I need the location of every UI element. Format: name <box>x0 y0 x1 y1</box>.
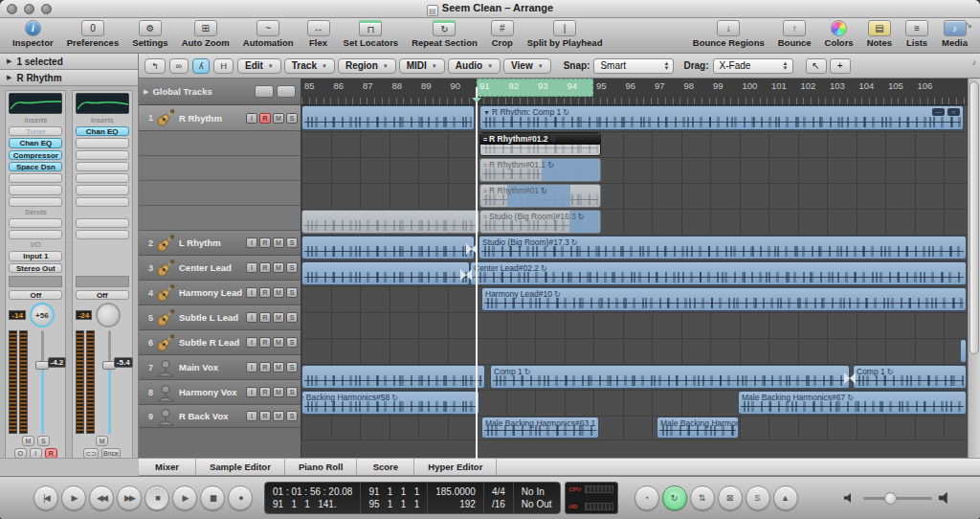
autopunch-button[interactable]: ⇅ <box>690 485 715 510</box>
mute-button[interactable]: M <box>273 387 284 397</box>
lcd-signature[interactable]: 4/4/16 <box>484 483 514 513</box>
insert-slot[interactable] <box>76 150 129 160</box>
region-unnamed[interactable] <box>301 236 475 260</box>
toolbar-button-repeat-section[interactable]: ↻Repeat Section <box>412 20 478 48</box>
input-monitor-button[interactable]: I <box>246 287 257 298</box>
record-enable-button[interactable]: R <box>259 411 271 421</box>
toolbar-button-automation[interactable]: ~Automation <box>243 20 294 48</box>
vertical-scrollbar-thumb[interactable] <box>969 81 979 354</box>
input-monitor-button[interactable]: I <box>246 113 257 124</box>
mute-button[interactable]: M <box>273 113 284 124</box>
toolbar-button-lists[interactable]: ≡Lists <box>905 20 928 48</box>
mute-button[interactable]: M <box>273 237 284 248</box>
toolbar-button-media[interactable]: ♪Media <box>942 20 968 48</box>
insert-slot[interactable] <box>76 173 129 183</box>
volume-fader[interactable] <box>102 330 116 434</box>
volume-fader[interactable] <box>35 330 49 434</box>
eq-curve-thumbnail[interactable] <box>9 93 62 114</box>
lcd-midi-io[interactable]: No InNo Out <box>514 483 560 513</box>
record-enable-button[interactable]: R <box>259 312 271 323</box>
toolbar-button-notes[interactable]: ▤Notes <box>867 20 892 48</box>
insert-slot[interactable] <box>9 185 62 194</box>
track-header-main-vox[interactable]: 7Main VoxIRMS <box>139 355 301 380</box>
automation-mode-button[interactable]: Off <box>9 290 62 300</box>
region-male-backing-harmonics-63-1[interactable]: Male Backing Harmonics#63.1↻ <box>481 417 599 439</box>
solo-button[interactable]: S <box>746 485 770 510</box>
bar-ruler[interactable]: 8586878889909192939495969798991001011021… <box>301 79 968 105</box>
record-enable-button[interactable]: R <box>259 113 271 124</box>
solo-button[interactable]: S <box>37 436 50 446</box>
insert-slot[interactable] <box>76 162 129 171</box>
tab-score[interactable]: Score <box>357 459 414 475</box>
note-zoom-icon[interactable]: ♪ <box>969 57 980 67</box>
group-slot[interactable] <box>76 276 129 287</box>
insert-slot[interactable] <box>9 197 62 207</box>
lcd-position[interactable]: 01 : 01 : 56 : 20.0891 1 1 141. <box>265 483 361 513</box>
region-unnamed[interactable] <box>960 339 967 363</box>
solo-button[interactable]: S <box>286 362 298 372</box>
toolbar-button-settings[interactable]: ⚙Settings <box>132 20 167 48</box>
input-monitor-button[interactable]: I <box>246 337 257 348</box>
track-inspector-header[interactable]: ▶R Rhythm <box>0 70 138 86</box>
pan-knob[interactable]: +56 <box>30 303 55 327</box>
mute-button[interactable]: M <box>273 362 284 372</box>
track-header-r-back-vox[interactable]: 9R Back VoxIRMS <box>139 405 301 428</box>
solo-button[interactable]: S <box>286 312 298 323</box>
mute-button[interactable]: M <box>22 436 34 446</box>
insert-slot[interactable] <box>76 185 129 194</box>
region-unnamed[interactable] <box>301 365 485 389</box>
menu-track[interactable]: Track▼ <box>284 58 335 74</box>
toolbar-button-inspector[interactable]: iInspector <box>12 20 54 48</box>
add-track-button[interactable] <box>255 85 274 98</box>
toolbar-button-split-playhead[interactable]: |Split by Playhead <box>527 20 603 48</box>
record-enable-button[interactable]: R <box>259 262 271 273</box>
menu-midi[interactable]: MIDI▼ <box>399 58 445 74</box>
solo-button[interactable]: S <box>286 337 298 348</box>
solo-button[interactable]: S <box>286 287 298 298</box>
track-header-subtle-l-lead[interactable]: 5Subtle L LeadIRMS <box>139 305 301 330</box>
region-male-backing-harmonics-58[interactable]: Male Backing Harmonics#58↻ <box>301 391 479 415</box>
track-header-l-rhythm[interactable]: 2L RhythmIRMS <box>139 231 301 256</box>
send-slot[interactable] <box>9 230 62 239</box>
drag-select[interactable]: X-Fade▲▼ <box>713 58 793 74</box>
menu-region[interactable]: Region▼ <box>338 58 396 74</box>
mute-button[interactable]: M <box>273 312 284 323</box>
lcd-tempo[interactable]: 185.0000192 <box>428 483 484 513</box>
solo-button[interactable]: S <box>286 113 298 124</box>
region-comp-1[interactable]: Comp 1↻ <box>853 365 967 389</box>
region-comp-1[interactable]: Comp 1↻ <box>490 365 850 389</box>
toolbar-button-flex[interactable]: ↔Flex <box>307 20 330 48</box>
insert-slot[interactable]: Chan EQ <box>9 138 62 147</box>
eq-curve-thumbnail[interactable] <box>76 93 129 114</box>
mute-button[interactable]: M <box>273 262 284 273</box>
input-monitor-button[interactable]: I <box>246 362 257 372</box>
toolbar-button-crop[interactable]: #Crop <box>491 20 514 48</box>
region-male-backing-harmonics-67[interactable]: Male Backing Harmonics#67↻ <box>738 391 967 415</box>
input-monitor-button[interactable]: I <box>246 312 257 323</box>
hierarchy-button[interactable]: H <box>213 58 234 74</box>
input-monitor-button[interactable]: I <box>246 411 257 421</box>
input-monitor-button[interactable]: I <box>246 262 257 273</box>
track-header-subtle-r-lead[interactable]: 6Subtle R LeadIRMS <box>139 330 301 355</box>
global-tracks-row[interactable]: ▶ Global Tracks <box>139 79 301 105</box>
pan-knob[interactable] <box>96 303 121 327</box>
menu-edit[interactable]: Edit▼ <box>237 58 281 74</box>
menu-view[interactable]: View▼ <box>503 58 551 74</box>
region-r-rhythm-comp-1[interactable]: ▼R Rhythm: Comp 1↻—▿ <box>479 105 964 130</box>
region-center-lead-02-2[interactable]: Center Lead#02.2↻ <box>470 261 967 285</box>
region-studio-big-room-16-3[interactable]: =Studio (Big Room)#16.3↻ <box>479 210 601 234</box>
crossfade-icon[interactable] <box>460 269 472 281</box>
track-header-r-rhythm[interactable]: 1R RhythmIRMS <box>139 105 301 131</box>
back-hierarchy-button[interactable]: ↰ <box>145 58 166 74</box>
comp-quickswipe-icon[interactable]: ▿ <box>947 108 960 116</box>
cycle-button[interactable]: ↻ <box>662 485 687 510</box>
insert-slot[interactable] <box>76 138 129 147</box>
region-canvas[interactable]: 8586878889909192939495969798991001011021… <box>301 79 968 459</box>
output-slot[interactable]: Stereo Out <box>9 263 62 273</box>
tab-sample-editor[interactable]: Sample Editor <box>196 459 285 475</box>
comp-pack-icon[interactable]: — <box>932 108 945 116</box>
playhead[interactable] <box>476 87 478 459</box>
menu-audio[interactable]: Audio▼ <box>448 58 501 74</box>
solo-button[interactable]: S <box>286 411 298 421</box>
mute-button[interactable]: M <box>273 287 284 298</box>
